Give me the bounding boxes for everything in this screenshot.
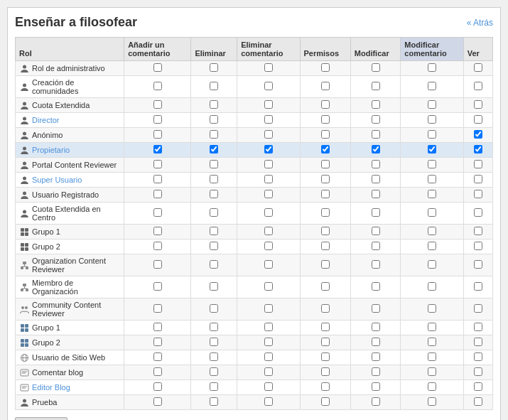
permission-checkbox[interactable] [428,367,436,376]
permission-checkbox[interactable] [428,130,436,139]
permission-checkbox[interactable] [153,242,162,250]
permission-checkbox[interactable] [321,145,330,154]
permission-checkbox[interactable] [321,208,330,217]
permission-checkbox[interactable] [474,397,482,406]
permission-checkbox[interactable] [428,190,436,198]
permission-checkbox[interactable] [321,282,330,291]
permission-checkbox[interactable] [153,208,162,217]
permission-checkbox[interactable] [474,190,482,198]
permission-checkbox[interactable] [428,382,436,391]
permission-checkbox[interactable] [264,352,273,361]
permission-checkbox[interactable] [321,63,330,72]
permission-checkbox[interactable] [264,130,273,139]
back-link[interactable]: « Atrás [467,18,493,28]
permission-checkbox[interactable] [474,208,482,217]
permission-checkbox[interactable] [474,282,482,291]
permission-checkbox[interactable] [372,160,380,168]
permission-checkbox[interactable] [321,115,330,124]
permission-checkbox[interactable] [153,323,162,331]
permission-checkbox[interactable] [428,352,436,361]
permission-checkbox[interactable] [264,100,273,109]
permission-checkbox[interactable] [264,82,273,90]
permission-checkbox[interactable] [264,282,273,291]
permission-checkbox[interactable] [210,115,218,124]
permission-checkbox[interactable] [428,208,436,217]
permission-checkbox[interactable] [474,260,482,269]
permission-checkbox[interactable] [321,160,330,168]
permission-checkbox[interactable] [321,175,330,183]
permission-checkbox[interactable] [210,242,218,250]
permission-checkbox[interactable] [372,175,380,183]
permission-checkbox[interactable] [428,282,436,291]
permission-checkbox[interactable] [428,260,436,269]
permission-checkbox[interactable] [372,260,380,269]
permission-checkbox[interactable] [372,397,380,406]
permission-checkbox[interactable] [210,382,218,391]
permission-checkbox[interactable] [153,227,162,235]
permission-checkbox[interactable] [153,367,162,376]
permission-checkbox[interactable] [264,338,273,346]
permission-checkbox[interactable] [372,115,380,124]
permission-checkbox[interactable] [428,63,436,72]
permission-checkbox[interactable] [210,208,218,217]
permission-checkbox[interactable] [321,367,330,376]
permission-checkbox[interactable] [153,115,162,124]
permission-checkbox[interactable] [153,63,162,72]
permission-checkbox[interactable] [372,304,380,313]
role-name[interactable]: Director [32,116,60,124]
permission-checkbox[interactable] [210,160,218,168]
permission-checkbox[interactable] [264,175,273,183]
permission-checkbox[interactable] [210,323,218,331]
permission-checkbox[interactable] [264,160,273,168]
permission-checkbox[interactable] [321,227,330,235]
permission-checkbox[interactable] [210,145,218,154]
permission-checkbox[interactable] [428,175,436,183]
permission-checkbox[interactable] [321,397,330,406]
permission-checkbox[interactable] [153,130,162,139]
permission-checkbox[interactable] [372,145,380,154]
permission-checkbox[interactable] [264,208,273,217]
permission-checkbox[interactable] [321,82,330,90]
permission-checkbox[interactable] [321,304,330,313]
permission-checkbox[interactable] [153,100,162,109]
permission-checkbox[interactable] [321,100,330,109]
permission-checkbox[interactable] [210,367,218,376]
permission-checkbox[interactable] [321,190,330,198]
permission-checkbox[interactable] [372,100,380,109]
permission-checkbox[interactable] [372,63,380,72]
permission-checkbox[interactable] [428,160,436,168]
permission-checkbox[interactable] [153,160,162,168]
permission-checkbox[interactable] [428,115,436,124]
permission-checkbox[interactable] [474,304,482,313]
permission-checkbox[interactable] [372,227,380,235]
permission-checkbox[interactable] [210,82,218,90]
permission-checkbox[interactable] [474,115,482,124]
permission-checkbox[interactable] [210,63,218,72]
permission-checkbox[interactable] [264,145,273,154]
permission-checkbox[interactable] [153,338,162,346]
permission-checkbox[interactable] [428,242,436,250]
permission-checkbox[interactable] [474,382,482,391]
permission-checkbox[interactable] [372,382,380,391]
permission-checkbox[interactable] [372,338,380,346]
permission-checkbox[interactable] [474,160,482,168]
permission-checkbox[interactable] [264,115,273,124]
permission-checkbox[interactable] [210,227,218,235]
permission-checkbox[interactable] [474,63,482,72]
permission-checkbox[interactable] [153,145,162,154]
permission-checkbox[interactable] [153,282,162,291]
permission-checkbox[interactable] [474,175,482,183]
permission-checkbox[interactable] [321,323,330,331]
permission-checkbox[interactable] [321,338,330,346]
permission-checkbox[interactable] [474,323,482,331]
permission-checkbox[interactable] [372,190,380,198]
permission-checkbox[interactable] [264,323,273,331]
permission-checkbox[interactable] [210,260,218,269]
permission-checkbox[interactable] [372,367,380,376]
permission-checkbox[interactable] [264,63,273,72]
role-name[interactable]: Super Usuario [32,176,82,184]
permission-checkbox[interactable] [264,367,273,376]
permission-checkbox[interactable] [428,397,436,406]
permission-checkbox[interactable] [428,323,436,331]
permission-checkbox[interactable] [474,82,482,90]
